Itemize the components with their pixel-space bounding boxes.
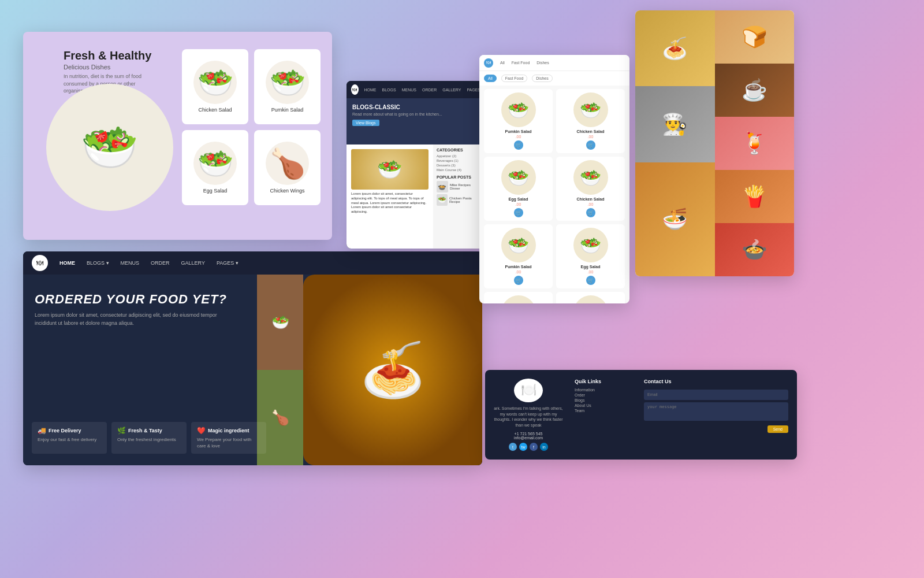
food-cart-btn-4[interactable]: 🛒 (514, 276, 523, 285)
footer-link-order[interactable]: Order (575, 393, 632, 397)
quick-links-title: Quik Links (575, 379, 632, 384)
card2-hero: 🍝 🥗 🍗 ORDERED YOUR FOOD YET? Lorem ipsum… (23, 275, 482, 465)
filter-dishes[interactable]: Dishes (532, 75, 552, 82)
nav-pages[interactable]: PAGES ▾ (217, 260, 239, 266)
blog-main-content: 🥗 Lorem ipsum dolor sit amet, consectetu… (346, 144, 433, 249)
food-name-2: Egg Salad (487, 197, 549, 201)
card2-food-image: 🍝 (303, 275, 482, 465)
food-img-5: 🥗 (573, 228, 608, 262)
gallery-img-noodle: 🍜 (635, 162, 715, 276)
nav-blogs[interactable]: BLOGS ▾ (87, 260, 109, 266)
food-price-5: .00 (560, 270, 621, 274)
menu-nav-all[interactable]: All (500, 61, 505, 65)
magic-icon: ❤️ (197, 427, 206, 435)
blog-nav-home[interactable]: HOME (364, 88, 377, 92)
blog-nav-gallery[interactable]: GALLERY (442, 88, 461, 92)
fresh-icon: 🌿 (117, 427, 126, 435)
social-tw[interactable]: tw (519, 443, 527, 451)
card3-logo: 🍽 (351, 84, 359, 95)
food-item-4: 🥗 Pumkin Salad .00 🛒 (484, 224, 553, 288)
gallery-col-1: 🍝 👨‍🍳 🍜 (635, 10, 715, 276)
dish-card-0: 🥗 Chicken Salad (182, 49, 248, 124)
popular-post-img-2: 🥗 (437, 194, 448, 206)
footer-link-info[interactable]: Information (575, 388, 632, 392)
food-item-3: 🥗 Chicken Salad .00 🛒 (556, 157, 625, 221)
blog-view-btn[interactable]: View Blogs (352, 120, 379, 126)
menu-nav-fastfood[interactable]: Fast Food (512, 61, 530, 65)
fresh-title: Fresh & Tasty (128, 428, 162, 433)
footer-email: info@email.com (514, 436, 543, 440)
nav-home[interactable]: HOME (59, 260, 75, 266)
popular-post-text-2: Chicken Pasta Recipe (449, 197, 482, 203)
card2-hero-content: ORDERED YOUR FOOD YET? Lorem ipsum dolor… (35, 292, 227, 327)
card1-main-dish: 🥗 (46, 84, 173, 211)
cat-item-1: Appetizer (2) (437, 154, 482, 158)
food-item-1: 🥗 Chicken Salad .00 🛒 (556, 89, 625, 153)
blog-title: BLOGS-CLASSIC (352, 104, 479, 110)
blog-nav-order[interactable]: ORDER (422, 88, 437, 92)
food-name-5: Egg Salad (560, 265, 621, 269)
footer-link-team[interactable]: Team (575, 409, 632, 413)
popular-post-2: 🥗 Chicken Pasta Recipe (437, 194, 482, 206)
food-img-2: 🥗 (501, 160, 536, 195)
card-menu-grid: 🍽 All Fast Food Dishes All Fast Food Dis… (479, 55, 629, 303)
fresh-desc: Only the freshest ingredients (117, 437, 181, 443)
popular-title: POPULAR POSTS (437, 175, 482, 179)
card3-navbar: 🍽 HOME BLOGS MENUS ORDER GALLERY PAGES (346, 81, 485, 98)
food-price-0: .00 (487, 135, 549, 139)
card2-logo: 🍽 (32, 255, 48, 271)
food-cart-btn-1[interactable]: 🛒 (586, 140, 595, 150)
footer-description: ark. Sometimes I'm talking with others, … (494, 406, 563, 428)
magic-title: Magic ingredient (208, 428, 249, 433)
food-item-0: 🥗 Pumkin Salad .00 🛒 (484, 89, 553, 153)
social-facebook[interactable]: f (530, 443, 538, 451)
card1-dish-grid: 🥗 Chicken Salad 🥗 Pumkin Salad 🥗 Egg Sal… (182, 49, 321, 205)
dish-name-3: Chicken Wings (270, 188, 304, 194)
card-food-website: 🍽 HOME BLOGS ▾ MENUS ORDER GALLERY PAGES… (23, 251, 482, 465)
card2-navbar: 🍽 HOME BLOGS ▾ MENUS ORDER GALLERY PAGES… (23, 251, 482, 275)
social-linkedin[interactable]: in (540, 443, 548, 451)
blog-nav-menus[interactable]: MENUS (402, 88, 416, 92)
food-img-3: 🥗 (573, 160, 608, 195)
contact-message-textarea[interactable] (644, 402, 788, 421)
gallery-img-drink: 🍹 (715, 117, 795, 170)
food-cart-btn-0[interactable]: 🛒 (514, 140, 523, 150)
menu-nav-dishes[interactable]: Dishes (536, 61, 549, 65)
feature-fresh: 🌿 Fresh & Tasty Only the freshest ingred… (111, 422, 187, 454)
social-twitter[interactable]: t (509, 443, 517, 451)
card2-features: 🚚 Free Delivery Enjoy our fast & free de… (32, 422, 266, 454)
food-cart-btn-5[interactable]: 🛒 (586, 276, 595, 285)
food-price-2: .00 (487, 202, 549, 206)
contact-email-input[interactable] (644, 390, 788, 400)
footer-contact: Contact Us Send (644, 379, 788, 451)
food-item-6: 🥗 Egg Salad .00 🛒 (484, 292, 553, 303)
gallery-img-coffee: ☕ (715, 64, 795, 117)
card-footer: 🍽️ ark. Sometimes I'm talking with other… (485, 370, 797, 460)
food-cart-btn-2[interactable]: 🛒 (514, 208, 523, 217)
card1-subtitle: Delicious Dishes (64, 64, 156, 71)
food-price-4: .00 (487, 270, 549, 274)
nav-gallery[interactable]: GALLERY (181, 260, 205, 266)
food-img-7: 🥗 (573, 295, 608, 303)
nav-menus[interactable]: MENUS (121, 260, 140, 266)
gallery-img-bread: 🍞 (715, 10, 795, 64)
footer-links: Quik Links Information Order Blogs About… (575, 379, 632, 451)
blog-nav-blogs[interactable]: BLOGS (382, 88, 396, 92)
footer-link-blogs[interactable]: Blogs (575, 398, 632, 402)
cat-item-3: Desserts (3) (437, 163, 482, 168)
nav-order[interactable]: ORDER (151, 260, 170, 266)
food-name-1: Chicken Salad (560, 129, 621, 134)
blog-post-image: 🥗 (351, 149, 429, 190)
filter-fast-food[interactable]: Fast Food (501, 75, 528, 82)
food-cart-btn-3[interactable]: 🛒 (586, 208, 595, 217)
feature-delivery: 🚚 Free Delivery Enjoy our fast & free de… (32, 422, 107, 454)
footer-link-about[interactable]: About Us (575, 403, 632, 407)
blog-nav-pages[interactable]: PAGES (467, 88, 480, 92)
card-blog: 🍽 HOME BLOGS MENUS ORDER GALLERY PAGES B… (346, 81, 485, 249)
contact-send-button[interactable]: Send (767, 425, 788, 433)
filter-all[interactable]: All (484, 75, 497, 82)
gallery-img-hand: 👨‍🍳 (635, 86, 715, 162)
food-img-1: 🥗 (573, 92, 608, 127)
dish-name-2: Egg Salad (203, 188, 228, 194)
card-fresh-healthy: Fresh & Healthy Delicious Dishes In nutr… (23, 32, 332, 240)
